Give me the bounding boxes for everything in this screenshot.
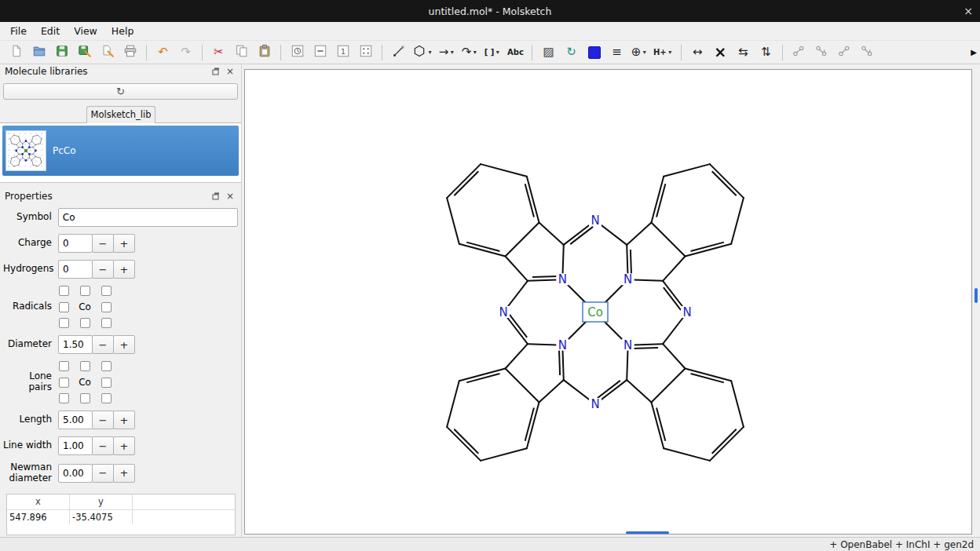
reaction-arrow-tool-button[interactable]: →▾ [437,42,457,62]
hatch-tool-button[interactable]: ▨ [539,42,558,62]
undo-button[interactable]: ↶ [153,42,173,62]
menu-file[interactable]: File [3,23,34,39]
library-item-pcco[interactable]: PcCo [2,126,239,176]
properties-panel-header: Properties × [0,189,241,203]
lone-pairs-checkbox-8[interactable] [101,393,112,403]
drawing-canvas[interactable]: CoNNNNNNNN [244,69,972,535]
library-refresh-button[interactable]: ↻ [3,83,238,100]
ring-tool-button[interactable]: ▾ [411,42,434,62]
flip-horizontal-tool-button[interactable]: ⇆ [733,42,753,62]
open-file-button[interactable] [29,42,49,62]
lone-pairs-checkbox-6[interactable] [59,393,69,403]
line-width-increment-button[interactable]: + [113,436,135,455]
diameter-increment-button[interactable]: + [113,335,135,354]
radicals-checkbox-5[interactable] [101,302,112,312]
reaction-arrow-tool-dropdown-icon[interactable]: ▾ [448,49,455,56]
symbol-input[interactable] [58,208,238,227]
window-close-button[interactable]: × [956,0,980,22]
menu-edit[interactable]: Edit [34,23,67,39]
tab-molsketch-lib[interactable]: Molsketch_lib [86,106,155,123]
toolbar-overflow-arrow[interactable]: ▶ [971,48,977,57]
print-button[interactable] [120,42,140,62]
redo-button[interactable]: ↷ [176,42,196,62]
menu-view[interactable]: View [67,23,104,39]
lone-pairs-checkbox-5[interactable] [101,378,112,388]
radicals-checkbox-2[interactable] [101,286,112,296]
new-file-button[interactable] [6,42,26,62]
misc-tool-1-button[interactable] [287,42,307,62]
line-width-tool-button[interactable]: ≡ [607,42,627,62]
charge-increment-button[interactable]: + [113,234,135,253]
paste-button[interactable] [254,42,274,62]
menu-help[interactable]: Help [104,23,141,39]
radicals-checkbox-8[interactable] [101,318,112,328]
delete-tool-icon: × [714,45,726,60]
hydrogens-input[interactable] [58,260,93,279]
svg-text:N: N [591,397,599,411]
misc-tool-4-button[interactable] [356,42,375,62]
radicals-checkbox-1[interactable] [80,286,90,296]
radicals-checkbox-0[interactable] [59,286,69,296]
mechanism-arrow-tool-button[interactable]: ↷▾ [460,42,480,62]
charge-decrement-button[interactable]: − [92,234,114,253]
lone-pairs-checkbox-2[interactable] [101,361,112,371]
charge-tool-dropdown-icon[interactable]: ▾ [641,49,648,56]
bracket-tool-button[interactable]: [ ]▾ [483,42,503,62]
ring-tool-dropdown-icon[interactable]: ▾ [426,49,433,56]
coord-cell[interactable]: 547.896 [7,510,70,524]
hydrogen-tool-icon: H+ [653,49,667,57]
diameter-input[interactable] [58,335,93,354]
coord-cell[interactable]: -35.4075 [70,510,133,524]
lone-pairs-checkbox-0[interactable] [59,361,69,371]
cut-button[interactable]: ✂ [209,42,229,62]
newman-diameter-input[interactable] [58,464,93,483]
hydrogen-tool-button[interactable]: H+▾ [653,42,675,62]
hydrogens-decrement-button[interactable]: − [92,260,114,279]
export-button[interactable] [97,42,117,62]
save-as-button[interactable] [75,42,94,62]
color-swatch-button[interactable] [584,42,604,62]
properties-float-icon[interactable] [210,191,222,202]
rotate-tool-button[interactable]: ↻ [561,42,581,62]
openbabel-tool-3-button[interactable] [835,42,854,62]
charge-input[interactable] [58,234,93,253]
delete-tool-button[interactable]: × [711,42,730,62]
libraries-float-icon[interactable] [210,66,222,77]
diameter-decrement-button[interactable]: − [92,335,114,354]
mechanism-arrow-tool-dropdown-icon[interactable]: ▾ [471,49,478,56]
svg-text:N: N [499,305,507,319]
radicals-checkbox-7[interactable] [80,318,90,328]
save-file-button[interactable] [52,42,71,62]
lone-pairs-checkbox-1[interactable] [80,361,90,371]
hydrogen-tool-dropdown-icon[interactable]: ▾ [667,49,674,56]
radicals-checkbox-3[interactable] [59,302,69,312]
misc-tool-3-button[interactable]: 1 [333,42,353,62]
libraries-close-icon[interactable]: × [224,66,236,77]
newman-diameter-increment-button[interactable]: + [113,464,135,483]
lone-pairs-checkbox-7[interactable] [80,393,90,403]
copy-button[interactable] [232,42,251,62]
misc-tool-2-button[interactable] [310,42,330,62]
line-width-input[interactable] [58,436,93,455]
openbabel-tool-1-button[interactable] [789,42,809,62]
properties-close-icon[interactable]: × [224,191,236,202]
openbabel-tool-2-button[interactable] [812,42,832,62]
hydrogens-increment-button[interactable]: + [113,260,135,279]
charge-tool-button[interactable]: ⊕▾ [630,42,649,62]
newman-diameter-decrement-button[interactable]: − [92,464,114,483]
length-decrement-button[interactable]: − [92,411,114,429]
openbabel-tool-4-button[interactable] [858,42,877,62]
text-tool-icon: Abc [507,49,524,57]
adjust-tool-button[interactable]: ↔ [688,42,708,62]
line-width-decrement-button[interactable]: − [92,436,114,455]
vertical-scroll-indicator[interactable] [975,288,978,303]
lone-pairs-checkbox-3[interactable] [59,378,69,388]
length-input[interactable] [58,411,93,429]
length-increment-button[interactable]: + [113,411,135,429]
flip-vertical-tool-button[interactable]: ⇅ [756,42,776,62]
bracket-tool-dropdown-icon[interactable]: ▾ [494,49,501,56]
draw-tool-button[interactable] [389,42,408,62]
horizontal-scroll-indicator[interactable] [626,531,669,534]
text-tool-button[interactable]: Abc [506,42,525,62]
radicals-checkbox-6[interactable] [59,318,69,328]
